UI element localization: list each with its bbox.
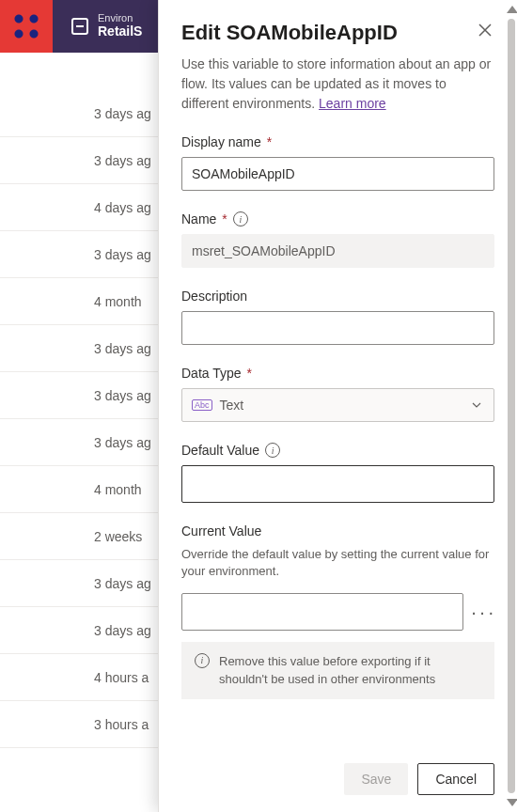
current-value-label: Current Value — [181, 523, 494, 539]
info-icon: i — [195, 653, 210, 668]
scroll-up-arrow[interactable] — [507, 6, 517, 13]
environment-selector[interactable]: Environ RetailS — [71, 13, 142, 39]
app-launcher-button[interactable] — [0, 0, 53, 53]
more-actions-button[interactable]: · · · — [469, 602, 494, 621]
panel-description: Use this variable to store information a… — [181, 55, 494, 114]
environment-name: RetailS — [98, 23, 142, 39]
save-button: Save — [344, 763, 408, 795]
callout-text: Remove this value before exporting if it… — [219, 653, 481, 687]
panel-footer: Save Cancel — [159, 753, 517, 812]
scroll-down-arrow[interactable] — [507, 799, 517, 806]
environment-label: Environ — [98, 13, 142, 23]
current-value-callout: i Remove this value before exporting if … — [181, 642, 494, 698]
learn-more-link[interactable]: Learn more — [319, 96, 386, 111]
default-value-label: Default Value i — [181, 443, 494, 458]
description-input[interactable] — [181, 311, 494, 345]
panel-title: Edit SOAMobileAppID — [181, 21, 398, 45]
name-input — [181, 234, 494, 268]
current-value-help: Override the default value by setting th… — [181, 546, 494, 580]
environment-icon — [71, 18, 88, 35]
data-type-value: Text — [220, 398, 244, 413]
name-label: Name* i — [181, 211, 494, 226]
cancel-button[interactable]: Cancel — [417, 763, 494, 795]
display-name-label: Display name* — [181, 134, 494, 149]
text-type-icon: Abc — [192, 399, 212, 411]
close-button[interactable] — [476, 21, 494, 39]
edit-panel: Edit SOAMobileAppID Use this variable to… — [158, 0, 517, 812]
scrollbar-track[interactable] — [508, 19, 515, 793]
description-label: Description — [181, 289, 494, 304]
data-type-select[interactable]: Abc Text — [181, 388, 494, 422]
data-type-label: Data Type* — [181, 366, 494, 381]
close-icon — [478, 23, 493, 38]
current-value-input[interactable] — [181, 593, 463, 631]
display-name-input[interactable] — [181, 157, 494, 191]
default-value-input[interactable] — [181, 465, 494, 503]
chevron-down-icon — [471, 399, 482, 411]
info-icon[interactable]: i — [265, 443, 280, 458]
info-icon[interactable]: i — [233, 211, 248, 226]
